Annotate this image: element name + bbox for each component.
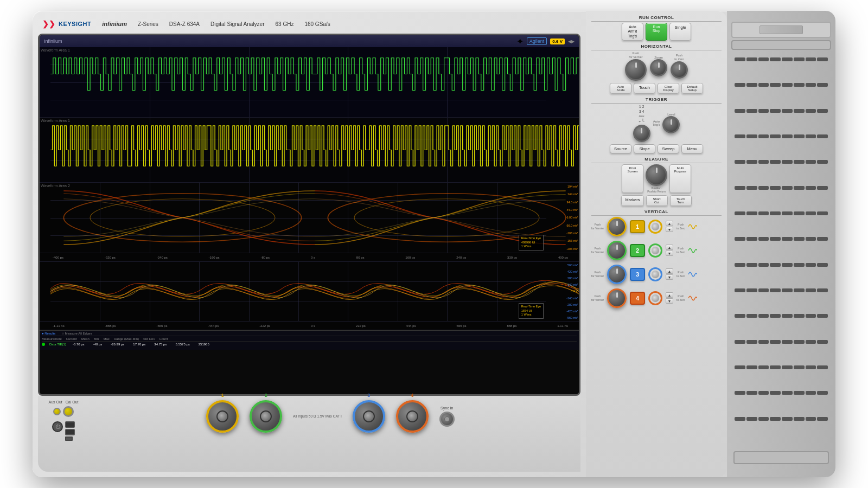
trigger-section-label: Trigger bbox=[591, 97, 722, 102]
auto-scale-button[interactable]: Auto Scale bbox=[610, 83, 631, 94]
v-label-94: 94.0 mV bbox=[566, 201, 578, 204]
usb-mini-port[interactable] bbox=[65, 436, 73, 441]
drive-area bbox=[731, 22, 831, 50]
t2-444: 444 ps bbox=[406, 324, 416, 328]
auto-trigD-group: AutoTrig'd bbox=[653, 120, 661, 126]
vent-hole bbox=[758, 57, 769, 61]
ch4-up-arrow[interactable]: ▲ bbox=[666, 292, 673, 298]
ch2-center bbox=[260, 410, 272, 422]
meas-columns: Measurement Current Mean Min Max Range (… bbox=[42, 337, 577, 342]
slope-button[interactable]: Slope bbox=[634, 144, 655, 153]
measurement-bar: ● Results ○ Measure All Edges Measuremen… bbox=[40, 330, 579, 350]
voltage-labels-3: 194 mV 144 mV 94.0 mV 44.0 mV -6.00 mV -… bbox=[566, 183, 578, 253]
ch2-button[interactable]: 2 bbox=[630, 244, 645, 257]
touch-button[interactable]: Touch bbox=[634, 83, 655, 94]
vent-hole bbox=[794, 211, 805, 215]
vent-hole bbox=[794, 391, 805, 395]
run-stop-button[interactable]: Run Stop bbox=[646, 23, 667, 41]
vertical-section: Vertical Push for Vernier 1 ▲ ▼ Push bbox=[591, 209, 722, 473]
vent-hole bbox=[770, 288, 781, 292]
print-screen-button[interactable]: Print Screen bbox=[622, 164, 643, 193]
level-knob[interactable] bbox=[662, 116, 680, 133]
meas-dot bbox=[42, 343, 45, 346]
vent-hole bbox=[735, 83, 745, 87]
vent-hole bbox=[746, 263, 757, 267]
default-setup-button[interactable]: Default Setup bbox=[681, 83, 703, 94]
oscilloscope-screen[interactable]: Infiniium ✦ Agilent 0.6 V ◀▶ Waveform Ar… bbox=[38, 34, 580, 396]
sweep-button[interactable]: Sweep bbox=[658, 144, 679, 153]
touch-turn-button[interactable]: Touch Turn bbox=[670, 195, 692, 206]
t2-111: 1.11 ns bbox=[557, 324, 568, 328]
vent-hole bbox=[806, 109, 816, 113]
source-button[interactable]: Source bbox=[610, 144, 631, 153]
power-button[interactable]: ⏻ bbox=[52, 421, 63, 432]
meas-tab-all-edges[interactable]: ○ Measure All Edges bbox=[62, 332, 92, 335]
col-count: Count bbox=[159, 337, 168, 341]
multi-purpose-button[interactable]: Multi Purpose bbox=[669, 164, 691, 193]
ch3-up-arrow[interactable]: ▲ bbox=[666, 268, 673, 274]
auto-arm-button[interactable]: Auto Arm'd Trig'd bbox=[622, 23, 643, 41]
screen-label: Screen bbox=[626, 170, 640, 173]
vent-hole bbox=[782, 365, 793, 369]
short-cut-button[interactable]: Short Cut bbox=[646, 195, 668, 206]
vent-hole bbox=[782, 417, 793, 421]
screen-title: Infiniium bbox=[44, 38, 62, 44]
v-label-n206: -206 mV bbox=[566, 247, 578, 251]
ch2-bnc[interactable] bbox=[250, 400, 282, 433]
ch4-button[interactable]: 4 bbox=[630, 292, 645, 305]
vent-hole bbox=[746, 417, 757, 421]
ch1-bnc[interactable] bbox=[206, 400, 239, 433]
sync-in-label: Sync In bbox=[441, 406, 453, 410]
menu-button[interactable]: Menu bbox=[681, 144, 703, 153]
vent-hole bbox=[794, 263, 805, 267]
vent-grid: .vent-h { width:100%;height:7px;backgrou… bbox=[731, 54, 831, 445]
ch2-up-arrow[interactable]: ▲ bbox=[666, 245, 673, 250]
ch1-down-arrow[interactable]: ▼ bbox=[666, 227, 673, 232]
ch1-button[interactable]: 1 bbox=[630, 220, 645, 233]
eye-diagram-svg bbox=[50, 183, 579, 253]
green-waveform-svg bbox=[50, 47, 579, 117]
trigger-knob[interactable] bbox=[633, 125, 650, 142]
ch1-knob[interactable] bbox=[607, 217, 627, 236]
ch3-down-arrow[interactable]: ▼ bbox=[666, 274, 673, 280]
usb-port-1[interactable] bbox=[65, 421, 75, 428]
ch1-up-arrow[interactable]: ▲ bbox=[666, 221, 673, 226]
ch1-push-zero-labels: Push to Zero bbox=[676, 223, 685, 230]
sync-in-connector[interactable] bbox=[439, 412, 455, 427]
t2-888: 888 ps bbox=[507, 324, 516, 328]
ch3-bnc[interactable] bbox=[353, 400, 385, 433]
time-axis-2: -1.11 ns -888 ps -666 ps -444 ps -222 ps… bbox=[40, 322, 579, 330]
meas-stddev: 5.5575 ps bbox=[175, 343, 189, 346]
vent-hole bbox=[782, 160, 793, 164]
t2-222: 222 ps bbox=[356, 324, 366, 328]
markers-button[interactable]: Markers bbox=[621, 195, 643, 206]
ch2-down-arrow[interactable]: ▼ bbox=[666, 251, 673, 256]
vent-hole bbox=[758, 134, 769, 138]
aux-cal-connectors bbox=[53, 406, 74, 417]
vent-hole bbox=[758, 211, 769, 215]
ch3-knob[interactable] bbox=[607, 265, 627, 284]
ch3-button[interactable]: 3 bbox=[630, 268, 645, 281]
horizontal-right-knob[interactable] bbox=[671, 61, 688, 79]
ch4-bnc[interactable] bbox=[396, 400, 429, 433]
vent-hole bbox=[735, 211, 745, 215]
vent-hole bbox=[758, 109, 769, 113]
meas-range: 34.75 ps bbox=[154, 343, 167, 346]
meas-tab-results[interactable]: ● Results bbox=[42, 332, 55, 335]
ch4-down-arrow[interactable]: ▼ bbox=[666, 298, 673, 304]
horizontal-main-knob[interactable] bbox=[625, 59, 647, 81]
position-knob[interactable] bbox=[646, 164, 667, 186]
vent-hole bbox=[817, 57, 828, 61]
vent-hole bbox=[806, 314, 816, 318]
vent-hole bbox=[794, 340, 805, 344]
vent-hole bbox=[746, 109, 757, 113]
ch1-wave-symbol bbox=[688, 223, 697, 230]
ch2-knob[interactable] bbox=[607, 241, 627, 260]
single-button[interactable]: Single bbox=[669, 23, 691, 41]
usb-port-2[interactable] bbox=[65, 429, 75, 435]
ch4-knob[interactable] bbox=[607, 288, 627, 308]
clear-display-button[interactable]: Clear Display bbox=[658, 83, 679, 94]
t2-0: 0 s bbox=[311, 324, 315, 328]
model-info: Z-Series DSA-Z 634A Digital Signal Analy… bbox=[138, 21, 330, 27]
zoom-knob[interactable] bbox=[650, 59, 667, 76]
